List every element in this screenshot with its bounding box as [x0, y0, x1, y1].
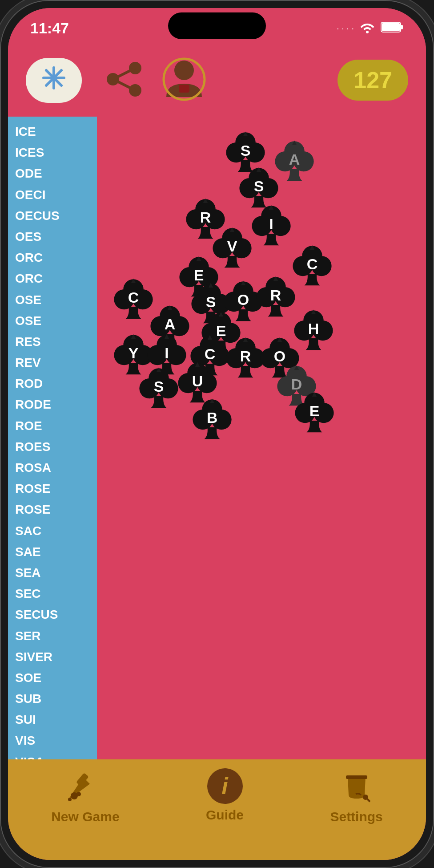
home-indicator — [8, 857, 426, 860]
list-item: SIVER — [8, 646, 97, 667]
new-game-button[interactable]: New Game — [51, 768, 119, 824]
list-item: ICES — [8, 142, 97, 163]
svg-point-29 — [270, 216, 290, 236]
list-item: OES — [8, 226, 97, 247]
notch — [168, 12, 266, 39]
phone-frame: 11:47 · · · · — [0, 0, 434, 868]
svg-rect-14 — [179, 85, 189, 93]
tile-A-1[interactable]: A — [275, 139, 314, 182]
settings-button[interactable]: Settings — [330, 768, 382, 824]
main-content: ICE ICES ODE OECI OECUS OES ORC ORC OSE … — [8, 117, 426, 759]
status-bar: 11:47 · · · · — [8, 8, 426, 48]
svg-line-11 — [113, 79, 135, 90]
list-item: SEC — [8, 583, 97, 604]
share-button[interactable] — [104, 61, 144, 99]
signal-icon: · · · · — [337, 23, 354, 33]
svg-point-117 — [76, 792, 81, 796]
word-list: ICE ICES ODE OECI OECUS OES ORC ORC OSE … — [8, 117, 97, 759]
list-item: SOE — [8, 667, 97, 688]
phone-screen: 11:47 · · · · — [8, 8, 426, 860]
tile-B-23[interactable]: B — [193, 397, 232, 440]
list-item: SECUS — [8, 604, 97, 625]
list-item: ROSA — [8, 457, 97, 478]
list-item: SER — [8, 625, 97, 646]
tile-R-17[interactable]: R — [226, 336, 265, 378]
list-item: ROSE — [8, 478, 97, 499]
new-game-icon — [65, 768, 105, 806]
new-game-label: New Game — [51, 809, 119, 824]
score-badge: 127 — [338, 60, 408, 101]
svg-rect-1 — [382, 23, 400, 31]
list-item: REV — [8, 352, 97, 373]
list-item: ROD — [8, 373, 97, 394]
list-item: ICE — [8, 121, 97, 142]
person-button[interactable] — [162, 57, 206, 103]
battery-icon — [381, 21, 404, 35]
tile-E-24[interactable]: E — [295, 390, 334, 433]
list-item: SEA — [8, 562, 97, 583]
guide-button[interactable]: i Guide — [206, 768, 244, 823]
list-item: VISA — [8, 751, 97, 759]
list-item: SUB — [8, 688, 97, 709]
svg-rect-2 — [401, 25, 403, 29]
tile-R-10[interactable]: R — [256, 275, 295, 317]
tile-V-5[interactable]: V — [213, 226, 252, 268]
tile-S-20[interactable]: S — [139, 366, 178, 409]
settings-icon — [339, 768, 374, 806]
status-time: 11:47 — [30, 20, 69, 37]
settings-label: Settings — [330, 809, 382, 824]
svg-point-118 — [68, 798, 72, 801]
score-value: 127 — [354, 67, 392, 93]
list-item: ROES — [8, 436, 97, 457]
list-item: SAC — [8, 520, 97, 541]
svg-line-10 — [113, 68, 135, 79]
list-item: SAE — [8, 541, 97, 562]
list-item: RES — [8, 331, 97, 352]
guide-icon: i — [207, 768, 243, 804]
svg-rect-119 — [346, 775, 367, 779]
list-item: RODE — [8, 394, 97, 415]
tile-S-2[interactable]: S — [239, 166, 278, 208]
list-item: OECI — [8, 184, 97, 205]
list-item: ORC — [8, 268, 97, 289]
asterisk-icon — [42, 66, 66, 95]
status-icons: · · · · — [337, 21, 404, 35]
svg-point-12 — [174, 61, 194, 80]
list-item: ROSE — [8, 499, 97, 520]
guide-label: Guide — [206, 807, 244, 823]
list-item: VIS — [8, 730, 97, 751]
bottom-bar: New Game i Guide Settings — [8, 759, 426, 857]
list-item: ROE — [8, 415, 97, 436]
list-item: OECUS — [8, 205, 97, 226]
tile-I-3[interactable]: I — [252, 203, 291, 246]
wifi-icon — [359, 21, 375, 35]
tile-C-7[interactable]: C — [293, 243, 332, 286]
tile-C-11[interactable]: C — [114, 277, 153, 320]
header-bar: 127 — [8, 48, 426, 117]
list-item: SUI — [8, 709, 97, 730]
list-item: ORC — [8, 247, 97, 268]
list-item: ODE — [8, 163, 97, 184]
game-board[interactable]: S A S I R V — [97, 117, 426, 759]
list-item: OSE — [8, 289, 97, 310]
tile-H-19[interactable]: H — [294, 308, 333, 351]
list-item: OSE — [8, 310, 97, 331]
hint-button[interactable] — [26, 58, 82, 103]
